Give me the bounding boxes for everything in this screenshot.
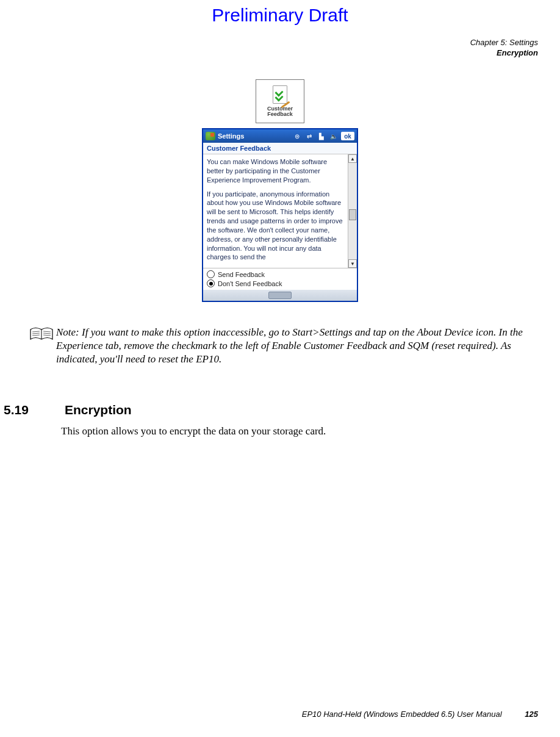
checklist-icon	[273, 85, 287, 104]
connectivity-icon[interactable]: ⊜	[292, 132, 302, 140]
device-screenshot: Settings ⊜ ⇄ ▙ 🔈 ok Customer Feedback Yo…	[202, 128, 358, 302]
signal-icon[interactable]: ▙	[317, 132, 326, 140]
figure-group: Customer Feedback Settings ⊜ ⇄ ▙ 🔈 ok Cu…	[0, 79, 560, 302]
scroll-up-button[interactable]: ▲	[348, 154, 357, 163]
header-section: Encryption	[470, 48, 538, 59]
section-number: 5.19	[0, 403, 65, 417]
scrollbar[interactable]: ▲ ▼	[348, 154, 357, 268]
note-block: Note: If you want to make this option in…	[29, 326, 536, 365]
scroll-thumb[interactable]	[349, 209, 356, 220]
radio-label-2: Don't Send Feedback	[218, 280, 282, 287]
section-title: Encryption	[65, 403, 132, 417]
watermark-text: Preliminary Draft	[0, 5, 560, 26]
section-heading: 5.19 Encryption	[0, 403, 560, 417]
keyboard-icon[interactable]	[268, 292, 292, 299]
icon-caption: Customer Feedback	[267, 106, 293, 118]
radio-label-1: Send Feedback	[218, 271, 265, 278]
footer-page-number: 125	[525, 710, 538, 719]
page-footer: EP10 Hand-Held (Windows Embedded 6.5) Us…	[0, 710, 538, 719]
note-body: If you want to make this option inaccess…	[56, 326, 523, 365]
icon-caption-line2: Feedback	[267, 111, 293, 117]
radio-group: Send Feedback Don't Send Feedback	[203, 268, 357, 290]
scroll-down-button[interactable]: ▼	[348, 259, 357, 268]
note-label: Note:	[56, 326, 79, 338]
screen-body-text: You can make Windows Mobile software bet…	[203, 154, 348, 268]
radio-dont-send-feedback[interactable]: Don't Send Feedback	[207, 279, 353, 288]
bottom-bar	[203, 290, 357, 301]
header-chapter: Chapter 5: Settings	[470, 38, 538, 48]
customer-feedback-icon-box: Customer Feedback	[256, 79, 304, 123]
screen-paragraph-1: You can make Windows Mobile software bet…	[207, 157, 344, 185]
radio-send-feedback[interactable]: Send Feedback	[207, 270, 353, 279]
screen-subtitle: Customer Feedback	[203, 143, 357, 154]
page-header: Chapter 5: Settings Encryption	[470, 38, 538, 59]
screen-paragraph-2: If you participate, anonymous informatio…	[207, 190, 344, 262]
note-text: Note: If you want to make this option in…	[56, 326, 536, 365]
section-body: This option allows you to encrypt the da…	[61, 425, 536, 438]
radio-icon[interactable]	[207, 270, 215, 278]
book-icon	[29, 326, 56, 344]
ok-button[interactable]: ok	[341, 132, 354, 140]
titlebar-title: Settings	[218, 132, 244, 140]
titlebar: Settings ⊜ ⇄ ▙ 🔈 ok	[203, 129, 357, 143]
start-icon[interactable]	[206, 132, 215, 140]
data-icon[interactable]: ⇄	[304, 132, 314, 140]
volume-icon[interactable]: 🔈	[329, 132, 339, 140]
radio-icon-selected[interactable]	[207, 279, 215, 287]
footer-manual-title: EP10 Hand-Held (Windows Embedded 6.5) Us…	[302, 710, 502, 719]
